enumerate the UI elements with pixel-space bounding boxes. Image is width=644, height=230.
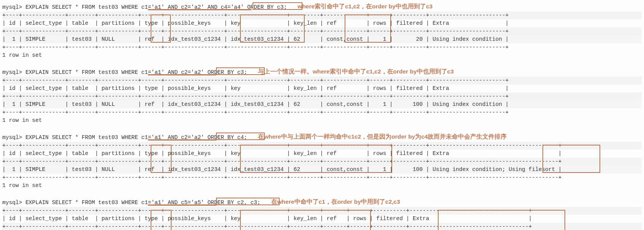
rows-in-set: 1 row in set xyxy=(2,117,642,125)
query-order: ORDER BY c4; xyxy=(204,134,247,141)
table-header: | id | select_type | table | partitions … xyxy=(2,19,642,27)
table-header: | id | select_type | table | partitions … xyxy=(2,150,642,158)
table-data-row: | 1 | SIMPLE | test03 | NULL | ref | idx… xyxy=(2,166,642,174)
table-border: +----+-------------+--------+-----------… xyxy=(2,109,642,117)
rows-in-set: 1 row in set xyxy=(2,182,642,190)
annotation-note: 在where中命中了c1，在order by中用到了c2,c3 xyxy=(271,198,400,206)
table-border: +----+-------------+--------+-----------… xyxy=(2,77,642,85)
mysql-explain-output: mysql> EXPLAIN SELECT * FROM test03 WHER… xyxy=(2,2,642,230)
table-header: | id | select_type | table | partitions … xyxy=(2,215,642,223)
explain-block: mysql> EXPLAIN SELECT * FROM test03 WHER… xyxy=(2,198,642,230)
rows-in-set: 1 row in set xyxy=(2,51,642,59)
explain-block: mysql> EXPLAIN SELECT * FROM test03 WHER… xyxy=(2,133,642,198)
query-order: ORDER BY c3; xyxy=(204,69,247,75)
query-prefix: mysql> EXPLAIN SELECT * FROM test03 WHER… xyxy=(2,4,141,10)
table-border: +----+-------------+--------+-----------… xyxy=(2,207,642,215)
explain-block: mysql> EXPLAIN SELECT * FROM test03 WHER… xyxy=(2,2,642,67)
query-where: c1='a1' AND c2='a2' xyxy=(141,69,204,75)
table-border: +----+-------------+--------+-----------… xyxy=(2,43,642,51)
table-border: +----+-------------+--------+-----------… xyxy=(2,11,642,19)
query-line: mysql> EXPLAIN SELECT * FROM test03 WHER… xyxy=(2,133,642,142)
query-order: ORDER BY c3; xyxy=(244,4,287,10)
query-prefix: mysql> EXPLAIN SELECT * FROM test03 WHER… xyxy=(2,200,141,206)
query-where: c1='a1' AND c2='a2' AND c4='a4' xyxy=(141,4,244,10)
query-prefix: mysql> EXPLAIN SELECT * FROM test03 WHER… xyxy=(2,134,141,141)
query-where: c1='a1' AND c2='a2' xyxy=(141,134,204,141)
table-border: +----+-------------+--------+-----------… xyxy=(2,93,642,101)
annotation-note: 在where中与上面两个一样均命中c1c2，但是因为order by为c4故而并… xyxy=(258,133,507,141)
blank-line xyxy=(2,125,642,133)
table-data-row: | 1 | SIMPLE | test03 | NULL | ref | idx… xyxy=(2,35,642,43)
blank-line xyxy=(2,59,642,67)
explain-block: mysql> EXPLAIN SELECT * FROM test03 WHER… xyxy=(2,67,642,133)
query-prefix: mysql> EXPLAIN SELECT * FROM test03 WHER… xyxy=(2,69,141,75)
table-header: | id | select_type | table | partitions … xyxy=(2,85,642,93)
annotation-note: where索引命中了c1,c2，在order by中也用到了c3 xyxy=(297,2,433,11)
table-data-row: | 1 | SIMPLE | test03 | NULL | ref | idx… xyxy=(2,101,642,109)
query-line: mysql> EXPLAIN SELECT * FROM test03 WHER… xyxy=(2,2,642,11)
table-border: +----+-------------+--------+-----------… xyxy=(2,142,642,150)
query-line: mysql> EXPLAIN SELECT * FROM test03 WHER… xyxy=(2,198,642,207)
table-border: +----+-------------+--------+-----------… xyxy=(2,27,642,35)
query-order: ORDER BY c2, c3; xyxy=(204,200,261,206)
table-border: +----+-------------+--------+-----------… xyxy=(2,158,642,166)
blank-line xyxy=(2,190,642,198)
query-line: mysql> EXPLAIN SELECT * FROM test03 WHER… xyxy=(2,67,642,77)
table-border: +----+-------------+--------+-----------… xyxy=(2,174,642,182)
query-where: c1='a1' AND c5='a5' xyxy=(141,200,204,206)
annotation-note: 与上一个情况一样。where索引中命中了c1,c2，在order by中也用到了… xyxy=(258,67,454,76)
table-border: +----+-------------+--------+-----------… xyxy=(2,223,642,230)
